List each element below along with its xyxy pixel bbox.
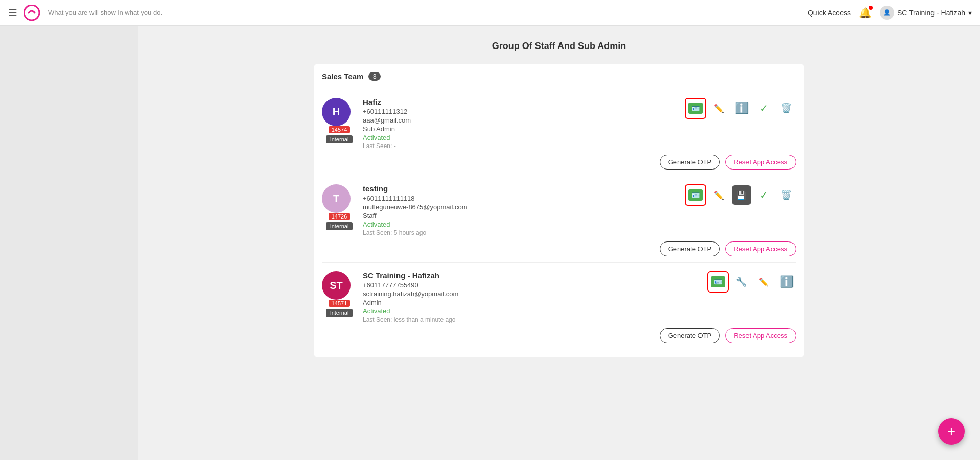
staff-name: testing: [363, 184, 685, 193]
staff-row-inner: T 14726 Internal testing +6011111111118 …: [322, 184, 796, 236]
staff-role: Staff: [363, 212, 685, 220]
info-button[interactable]: ℹ️: [777, 272, 796, 292]
staff-row-inner: ST 14571 Internal SC Training - Hafizah …: [322, 271, 796, 323]
internal-badge: Internal: [326, 222, 353, 230]
trash-icon: 🗑️: [781, 189, 792, 201]
row-bottom-actions: Generate OTP Reset App Access: [322, 155, 796, 174]
save-icon: 💾: [736, 190, 746, 200]
page-title: Group Of Staff And Sub Admin: [148, 41, 970, 52]
reset-app-access-button[interactable]: Reset App Access: [725, 328, 796, 343]
staff-left: T 14726 Internal: [322, 184, 357, 230]
staff-name: Hafiz: [363, 98, 685, 106]
passport-button[interactable]: 🪪: [685, 184, 706, 206]
passport-icon: 🪪: [688, 189, 703, 201]
sidebar: [0, 26, 138, 460]
staff-email: muffeguneuwe-8675@yopmail.com: [363, 203, 685, 211]
staff-status: Activated: [363, 134, 685, 141]
staff-actions: 🪪 ✏️ 💾 ✓ 🗑️: [685, 184, 796, 206]
staff-id-badge: 14574: [329, 126, 351, 133]
info-icon: ℹ️: [780, 275, 794, 288]
generate-otp-button[interactable]: Generate OTP: [660, 328, 720, 343]
add-fab-button[interactable]: +: [938, 418, 965, 445]
staff-info: testing +6011111111118 muffeguneuwe-8675…: [363, 184, 685, 236]
staff-phone: +60111111312: [363, 108, 685, 115]
info-button[interactable]: ℹ️: [732, 99, 751, 118]
staff-list: H 14574 Internal Hafiz +60111111312 aaa@…: [322, 89, 796, 349]
generate-otp-button[interactable]: Generate OTP: [660, 241, 720, 256]
staff-row: ST 14571 Internal SC Training - Hafizah …: [322, 262, 796, 349]
staff-name: SC Training - Hafizah: [363, 271, 707, 280]
staff-last-seen: Last Seen: 5 hours ago: [363, 229, 685, 236]
team-section: Sales Team 3 H 14574 Internal Hafiz +601…: [314, 64, 804, 357]
staff-row: H 14574 Internal Hafiz +60111111312 aaa@…: [322, 89, 796, 176]
save-box-button[interactable]: 💾: [732, 185, 751, 205]
edit-button[interactable]: ✏️: [709, 99, 729, 118]
staff-info: Hafiz +60111111312 aaa@gmail.com Sub Adm…: [363, 98, 685, 150]
info-icon: ℹ️: [735, 102, 749, 115]
quick-access-link[interactable]: Quick Access: [808, 9, 851, 17]
staff-last-seen: Last Seen: -: [363, 142, 685, 150]
main-content: Group Of Staff And Sub Admin Sales Team …: [138, 26, 980, 460]
delete-button[interactable]: 🗑️: [777, 185, 796, 205]
reset-app-access-button[interactable]: Reset App Access: [725, 155, 796, 170]
staff-row: T 14726 Internal testing +6011111111118 …: [322, 176, 796, 262]
staff-last-seen: Last Seen: less than a minute ago: [363, 316, 707, 323]
reset-app-access-button[interactable]: Reset App Access: [725, 241, 796, 256]
team-count: 3: [368, 72, 380, 81]
avatar: ST: [322, 271, 351, 300]
app-logo: [24, 5, 40, 21]
menu-icon[interactable]: ☰: [8, 7, 17, 19]
staff-email: aaa@gmail.com: [363, 116, 685, 124]
internal-badge: Internal: [326, 309, 353, 317]
check-button[interactable]: ✓: [754, 99, 774, 118]
tagline: What you are will show in what you do.: [48, 9, 808, 16]
trash-icon: 🗑️: [781, 103, 792, 114]
team-name: Sales Team: [322, 72, 363, 81]
staff-phone: +60117777755490: [363, 281, 707, 289]
user-name: SC Training - Hafizah: [897, 9, 965, 17]
svg-point-0: [24, 5, 39, 20]
row-bottom-actions: Generate OTP Reset App Access: [322, 241, 796, 260]
wrench-button[interactable]: 🔧: [732, 272, 751, 292]
staff-role: Sub Admin: [363, 125, 685, 133]
passport-icon: 🪪: [711, 276, 725, 287]
staff-info: SC Training - Hafizah +60117777755490 sc…: [363, 271, 707, 323]
staff-left: H 14574 Internal: [322, 98, 357, 143]
internal-badge: Internal: [326, 135, 353, 143]
edit-icon: ✏️: [759, 277, 769, 287]
wrench-icon: 🔧: [736, 276, 747, 287]
staff-email: sctraining.hafizah@yopmail.com: [363, 290, 707, 298]
passport-button[interactable]: 🪪: [685, 98, 706, 119]
staff-id-badge: 14726: [329, 213, 351, 220]
generate-otp-button[interactable]: Generate OTP: [660, 155, 720, 170]
notif-dot: [869, 6, 873, 10]
staff-role: Admin: [363, 299, 707, 306]
passport-button[interactable]: 🪪: [707, 271, 729, 293]
chevron-down-icon: ▾: [968, 9, 972, 17]
staff-status: Activated: [363, 307, 707, 315]
staff-row-inner: H 14574 Internal Hafiz +60111111312 aaa@…: [322, 98, 796, 150]
row-bottom-actions: Generate OTP Reset App Access: [322, 328, 796, 347]
user-info[interactable]: 👤 SC Training - Hafizah ▾: [880, 6, 972, 20]
user-avatar-icon: 👤: [880, 6, 894, 20]
passport-icon: 🪪: [688, 103, 703, 114]
avatar: H: [322, 98, 351, 126]
edit-icon: ✏️: [714, 104, 724, 113]
staff-id-badge: 14571: [329, 300, 351, 307]
edit-icon: ✏️: [714, 190, 724, 200]
team-header: Sales Team 3: [322, 72, 796, 81]
header-right: Quick Access 🔔 👤 SC Training - Hafizah ▾: [808, 6, 972, 20]
staff-actions: 🪪 🔧 ✏️ ℹ️: [707, 271, 796, 293]
check-button[interactable]: ✓: [754, 185, 774, 205]
edit-button[interactable]: ✏️: [709, 185, 729, 205]
check-icon: ✓: [760, 189, 768, 201]
header: ☰ What you are will show in what you do.…: [0, 0, 980, 26]
staff-left: ST 14571 Internal: [322, 271, 357, 317]
avatar: T: [322, 184, 351, 213]
delete-button[interactable]: 🗑️: [777, 99, 796, 118]
edit-button[interactable]: ✏️: [754, 272, 774, 292]
staff-phone: +6011111111118: [363, 195, 685, 202]
staff-actions: 🪪 ✏️ ℹ️ ✓ 🗑️: [685, 98, 796, 119]
check-icon: ✓: [760, 102, 768, 114]
notification-icon[interactable]: 🔔: [859, 7, 872, 19]
